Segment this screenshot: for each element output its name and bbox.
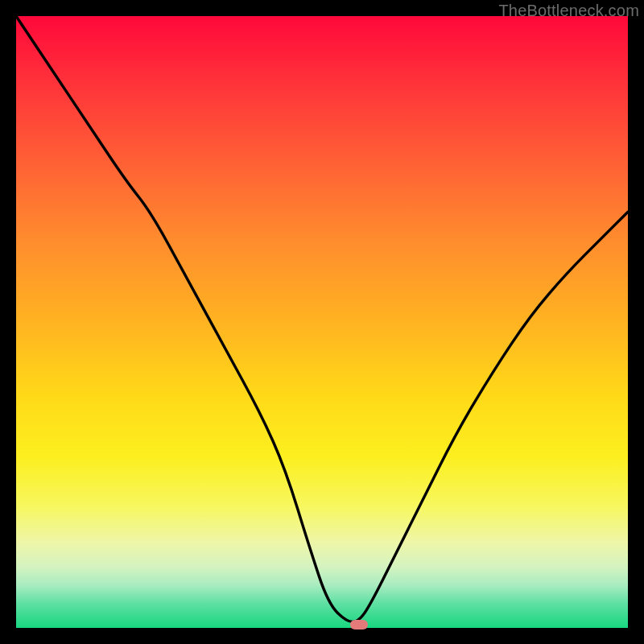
watermark-text: TheBottleneck.com bbox=[498, 2, 639, 20]
plot-area bbox=[16, 16, 628, 628]
curve-path bbox=[16, 16, 628, 621]
chart-frame: TheBottleneck.com bbox=[0, 0, 644, 644]
bottleneck-curve bbox=[16, 16, 628, 628]
optimal-point-marker bbox=[350, 620, 368, 630]
